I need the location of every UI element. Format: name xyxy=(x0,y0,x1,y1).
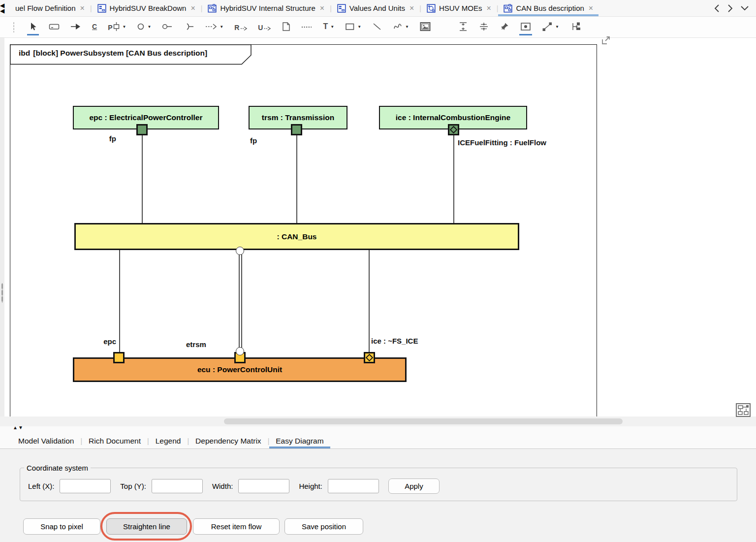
tab-dependency-matrix[interactable]: Dependency Matrix xyxy=(189,434,268,448)
diagram-overview-icon[interactable] xyxy=(735,403,751,417)
pin-tool[interactable] xyxy=(499,20,510,34)
horizontal-scrollbar-thumb[interactable] xyxy=(224,418,623,424)
text-tool[interactable]: T ▼ xyxy=(322,21,335,33)
tab-rich-document[interactable]: Rich Document xyxy=(82,434,147,448)
path-style-tool[interactable]: ▼ xyxy=(541,20,560,34)
distribute-vertically-tool[interactable] xyxy=(457,20,469,34)
close-icon[interactable]: × xyxy=(588,4,593,13)
connector-canbus-ecu-etrsm[interactable] xyxy=(241,255,242,348)
part-can-bus[interactable]: : CAN_Bus xyxy=(74,223,519,250)
required-interface-tool[interactable] xyxy=(183,20,195,34)
dropdown-caret-icon[interactable]: ▼ xyxy=(122,25,126,29)
top-y-label: Top (Y): xyxy=(120,482,146,490)
close-icon[interactable]: × xyxy=(189,4,195,13)
curve-tool[interactable]: ▼ xyxy=(392,20,410,34)
interface-tool[interactable]: ▼ xyxy=(136,20,152,34)
connector-epc-canbus[interactable] xyxy=(142,135,143,223)
reset-item-flow-button[interactable]: Reset item flow xyxy=(193,518,280,535)
tab-fuel-flow-definition[interactable]: uel Flow Definition × xyxy=(10,0,90,16)
snap-to-pixel-button[interactable]: Snap to pixel xyxy=(23,518,100,535)
tab-legend[interactable]: Legend xyxy=(149,434,188,448)
port-ecu-ice[interactable] xyxy=(364,352,375,363)
show-port-tool[interactable] xyxy=(519,20,532,34)
provided-interface-tool[interactable] xyxy=(161,20,174,34)
connector-canbus-ecu-etrsm[interactable] xyxy=(239,255,240,348)
text-box-tool[interactable] xyxy=(48,20,61,34)
tab-hybridsuv-breakdown[interactable]: HybridSUV BreakDown × xyxy=(92,0,201,16)
line-tool[interactable] xyxy=(371,20,383,34)
apply-button[interactable]: Apply xyxy=(388,478,440,494)
selection-tool[interactable] xyxy=(27,20,39,34)
straighten-line-button[interactable]: Straighten line xyxy=(106,518,187,535)
close-icon[interactable]: × xyxy=(409,4,414,13)
left-splitter[interactable] xyxy=(0,38,4,416)
port-tool[interactable]: P ▼ xyxy=(107,20,127,34)
height-input[interactable] xyxy=(328,479,379,493)
width-label: Width: xyxy=(212,482,233,490)
connector-canbus-ecu-ice[interactable] xyxy=(369,250,370,352)
note-tool[interactable] xyxy=(281,20,291,34)
chevron-left-icon[interactable] xyxy=(714,4,720,13)
dropdown-caret-icon[interactable]: ▼ xyxy=(330,25,334,29)
tab-hsuv-moes[interactable]: HSUV MOEs × xyxy=(421,0,497,16)
close-icon[interactable]: × xyxy=(485,4,491,13)
close-icon[interactable]: × xyxy=(319,4,324,13)
editor-tab-bar: ◀◀ uel Flow Definition × | HybridSUV Bre… xyxy=(0,0,756,17)
dropdown-caret-icon[interactable]: ▼ xyxy=(357,25,361,29)
dependency-tool[interactable]: ▼ xyxy=(204,20,224,34)
tab-easy-diagram[interactable]: Easy Diagram xyxy=(269,434,330,448)
tab-label: CAN Bus description xyxy=(516,4,584,12)
connector-trsm-canbus[interactable] xyxy=(296,135,297,223)
scroll-left-glyph: ◀ xyxy=(0,8,8,14)
tab-can-bus-description[interactable]: CAN Bus description × xyxy=(498,0,598,16)
diagram-canvas[interactable]: ibd[block] PowerSubsystem [CAN Bus descr… xyxy=(0,38,756,416)
port-epc-fp[interactable] xyxy=(136,124,148,135)
ibd-diagram-icon xyxy=(208,4,217,13)
tab-values-and-units[interactable]: Values And Units × xyxy=(332,0,419,16)
dropdown-caret-icon[interactable]: ▼ xyxy=(405,25,409,29)
connector-ball-bottom[interactable] xyxy=(236,347,244,355)
tab-label: HybridSUV Internal Structure xyxy=(220,4,315,12)
usage-tool[interactable]: U xyxy=(257,20,272,34)
port-ice-fuel-fitting[interactable] xyxy=(448,124,459,135)
horizontal-scrollbar[interactable] xyxy=(0,416,756,426)
connector-glyph: C xyxy=(92,23,97,31)
connector-ice-canbus[interactable] xyxy=(453,135,454,223)
panel-collapse-expand-icon[interactable]: ▲▼ xyxy=(13,425,24,430)
connector-canbus-ecu-epc[interactable] xyxy=(119,250,120,352)
dropdown-caret-icon[interactable]: ▼ xyxy=(147,25,151,29)
tab-hybridsuv-internal-structure[interactable]: HybridSUV Internal Structure × xyxy=(202,0,330,16)
tab-model-validation[interactable]: Model Validation xyxy=(12,434,80,448)
width-input[interactable] xyxy=(238,479,289,493)
top-y-input[interactable] xyxy=(152,479,203,493)
item-flow-tool[interactable] xyxy=(69,20,82,34)
port-ecu-epc[interactable] xyxy=(113,352,125,363)
application-window: ◀◀ uel Flow Definition × | HybridSUV Bre… xyxy=(0,0,756,542)
close-icon[interactable]: × xyxy=(79,4,85,13)
flow-port-diamond-icon xyxy=(449,126,458,134)
open-in-new-window-icon[interactable] xyxy=(601,36,611,45)
save-position-button[interactable]: Save position xyxy=(284,518,363,535)
connector-ball-top[interactable] xyxy=(236,247,244,255)
chevron-down-icon[interactable] xyxy=(740,5,749,11)
port-trsm-fp[interactable] xyxy=(291,124,302,135)
left-x-input[interactable] xyxy=(60,479,111,493)
port-label-epc-fp: fp xyxy=(98,134,116,143)
tab-label: HSUV MOEs xyxy=(439,4,482,12)
dropdown-caret-icon[interactable]: ▼ xyxy=(555,25,559,29)
dotted-line-tool[interactable] xyxy=(300,20,313,34)
height-label: Height: xyxy=(299,482,322,490)
connector-tool[interactable]: C xyxy=(91,21,98,33)
layout-tool[interactable] xyxy=(569,20,582,34)
toolbar-drag-handle[interactable] xyxy=(13,22,15,32)
tab-label: HybridSUV BreakDown xyxy=(110,4,187,12)
dropdown-caret-icon[interactable]: ▼ xyxy=(220,25,223,29)
image-tool[interactable] xyxy=(419,20,432,34)
chevron-right-icon[interactable] xyxy=(727,4,733,13)
realization-tool[interactable]: R xyxy=(233,20,248,34)
distribute-horizontally-tool[interactable] xyxy=(478,20,490,34)
tab-scroll-left-icon[interactable]: ◀◀ xyxy=(0,1,8,16)
diagram-title-text: [block] PowerSubsystem [CAN Bus descript… xyxy=(33,49,207,57)
diagram-kind-keyword: ibd xyxy=(19,49,30,57)
rectangle-tool[interactable]: ▼ xyxy=(344,20,362,34)
